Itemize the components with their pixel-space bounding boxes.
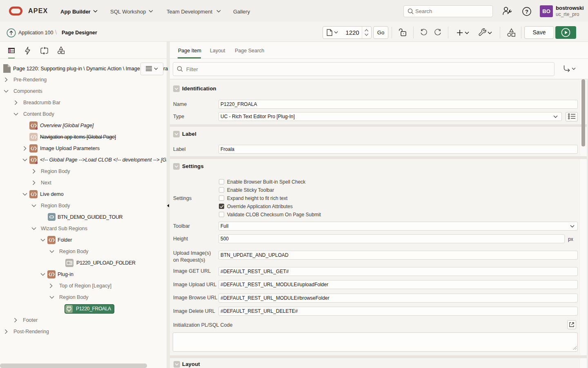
svg-text:?: ? — [525, 9, 528, 15]
